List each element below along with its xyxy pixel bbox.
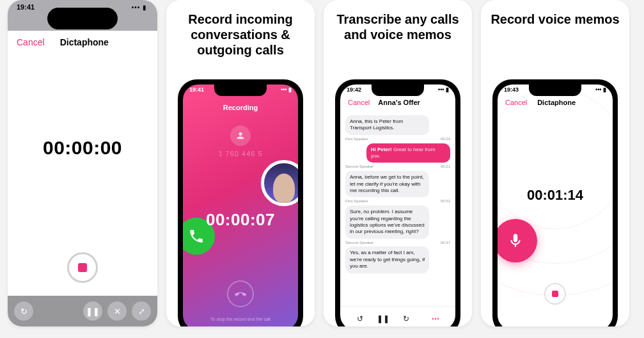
stop-button[interactable]: [544, 283, 566, 305]
transcript-bubble: Yes, as a matter of fact I am, we're rea…: [345, 246, 429, 273]
recording-label: Recording: [183, 104, 298, 111]
screen-title: Dictaphone: [20, 37, 148, 47]
recording-timer: 00:01:14: [498, 187, 613, 204]
pause-icon[interactable]: ❚❚: [83, 302, 102, 321]
stop-icon: [78, 263, 87, 272]
system-status-icons: ••• ▮: [595, 86, 606, 93]
speaker-label: First Speaker00:52: [345, 199, 450, 204]
forward-icon[interactable]: ↻: [400, 313, 412, 325]
phone-frame: 19:43 ••• ▮ Cancel Dictaphone 00:01:14: [492, 79, 618, 326]
promo-headline: Record voice memos: [481, 0, 629, 32]
avatar-placeholder-icon: [230, 125, 251, 146]
hangup-hint: To stop the record end the call: [183, 317, 298, 321]
system-status-icons: ••• ▮: [438, 86, 449, 93]
nav-row: Cancel Dictaphone: [8, 31, 157, 47]
more-menu-icon[interactable]: ⋯: [430, 313, 441, 325]
transcript-bubble: Hi Peter! Great to hear from you.: [366, 143, 450, 163]
record-stop-button[interactable]: [67, 252, 98, 283]
screen-title: Anna's Offer: [350, 99, 448, 106]
mute-icon[interactable]: ✕: [107, 302, 127, 321]
promo-headline: Record incoming conversations & outgoing…: [166, 0, 315, 63]
transcript-bubble: Anna, before we get to the point, let me…: [345, 171, 429, 197]
phone-frame: 19:41 ••• ▮ Recording 1 760 446 5 00:00:…: [178, 79, 303, 326]
promo-record-calls: Record incoming conversations & outgoing…: [166, 0, 315, 326]
clock-label: 19:42: [347, 86, 361, 93]
stop-icon: [552, 291, 558, 297]
system-status-icons: ••• ▮: [132, 4, 147, 11]
caller-avatar: [261, 160, 298, 206]
notch: [529, 84, 581, 96]
rewind-icon[interactable]: ↺: [354, 313, 366, 325]
notch: [214, 84, 267, 96]
phone-frame: 19:42 ••• ▮ Cancel Anna's Offer Anna, th…: [335, 79, 460, 326]
notch: [372, 84, 424, 96]
dynamic-island: [47, 8, 118, 29]
transcript-bubble: Sure, no problem. I assume you're callin…: [345, 205, 429, 239]
media-controls-overlay: ↻ ❚❚ ✕ ⤢: [8, 296, 157, 326]
transcript-bubble: Anna, this is Peter from Transport Logis…: [345, 115, 429, 135]
status-bar-grey: 19:41 ••• ▮: [8, 0, 157, 31]
speaker-label: First Speaker00:04: [345, 137, 450, 142]
system-status-icons: ••• ▮: [281, 86, 292, 93]
speaker-label: Second Speaker00:21: [345, 165, 450, 170]
playback-bar: ↺ ❚❚ ↻ ⋯: [340, 306, 455, 326]
caller-number-dim: 1 760 446 5: [183, 150, 298, 157]
clock-label: 19:41: [189, 86, 204, 93]
transcript-list: Anna, this is Peter from Transport Logis…: [340, 113, 455, 306]
promo-headline: Transcribe any calls and voice memos: [324, 0, 472, 47]
nav-row: Cancel Anna's Offer: [340, 99, 455, 106]
expand-icon[interactable]: ⤢: [132, 302, 151, 321]
promo-voice-memos: Record voice memos 19:43 ••• ▮ Cancel Di…: [481, 0, 629, 326]
dictaphone-live-card: 19:41 ••• ▮ Cancel Dictaphone 00:00:00 ↻…: [8, 0, 157, 326]
promo-transcribe: Transcribe any calls and voice memos 19:…: [324, 0, 472, 326]
clock-label: 19:43: [504, 86, 519, 93]
speaker-label: Second Speaker00:37: [345, 241, 450, 246]
pause-icon[interactable]: ❚❚: [377, 313, 389, 325]
call-timer: 00:00:07: [183, 210, 298, 230]
recording-timer: 00:00:00: [8, 137, 157, 159]
clock-label: 19:41: [17, 3, 35, 11]
restart-icon[interactable]: ↻: [14, 302, 33, 321]
hangup-button[interactable]: [227, 280, 254, 307]
